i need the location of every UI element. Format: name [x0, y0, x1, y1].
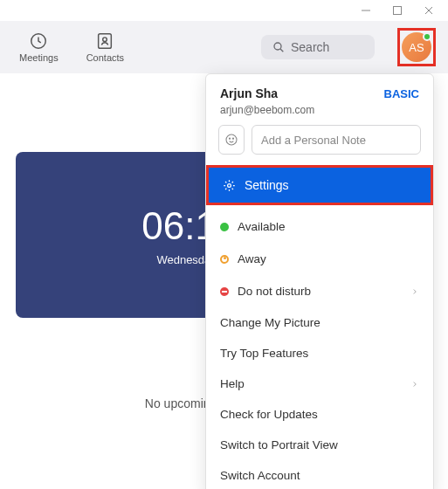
close-button[interactable] — [424, 5, 434, 16]
svg-point-12 — [228, 183, 231, 187]
switch-account[interactable]: Switch Account — [206, 460, 433, 489]
status-available[interactable]: Available — [206, 210, 433, 243]
check-updates-label: Check for Updates — [220, 408, 318, 421]
search-icon — [272, 40, 286, 54]
nav-meetings-label: Meetings — [19, 52, 59, 63]
minimize-button[interactable] — [361, 5, 371, 16]
search-box[interactable]: Search — [261, 35, 375, 59]
presence-dot — [423, 32, 431, 41]
available-icon — [220, 223, 229, 231]
switch-portrait-label: Switch to Portrait View — [220, 438, 338, 451]
status-available-label: Available — [238, 220, 286, 233]
smile-icon — [224, 133, 238, 147]
status-away-label: Away — [238, 252, 266, 265]
check-updates[interactable]: Check for Updates — [206, 399, 433, 430]
profile-name: Arjun Sha — [220, 86, 278, 100]
maximize-button[interactable] — [392, 5, 403, 16]
help-label: Help — [220, 377, 245, 390]
try-top-label: Try Top Features — [220, 347, 308, 360]
settings-highlight: Settings — [206, 165, 433, 205]
away-icon — [220, 255, 229, 264]
svg-line-8 — [280, 49, 283, 52]
status-dnd-label: Do not disturb — [238, 285, 311, 298]
dropdown-header: Arjun Sha BASIC arjun@beebom.com — [206, 74, 433, 125]
contacts-icon — [95, 31, 114, 51]
profile-avatar[interactable]: AS — [402, 32, 431, 62]
chevron-right-icon — [410, 380, 419, 389]
settings-label: Settings — [245, 178, 289, 192]
svg-point-10 — [229, 138, 230, 139]
nav-contacts-label: Contacts — [86, 52, 124, 63]
help[interactable]: Help — [206, 368, 433, 399]
personal-note-row: Add a Personal Note — [206, 125, 433, 165]
avatar-highlight: AS — [397, 28, 436, 66]
status-dnd[interactable]: Do not disturb — [206, 275, 433, 307]
title-bar — [0, 0, 448, 21]
search-placeholder: Search — [291, 40, 329, 54]
settings-item[interactable]: Settings — [209, 168, 431, 203]
profile-dropdown: Arjun Sha BASIC arjun@beebom.com Add a P… — [205, 73, 434, 489]
change-picture-label: Change My Picture — [220, 316, 320, 329]
dnd-icon — [220, 287, 229, 296]
note-placeholder: Add a Personal Note — [261, 134, 366, 147]
account-badge[interactable]: BASIC — [384, 87, 419, 100]
svg-point-11 — [232, 138, 233, 139]
nav-contacts[interactable]: Contacts — [79, 28, 131, 66]
switch-account-label: Switch Account — [220, 469, 300, 482]
personal-note-input[interactable]: Add a Personal Note — [252, 125, 421, 155]
change-picture[interactable]: Change My Picture — [206, 307, 433, 338]
switch-portrait[interactable]: Switch to Portrait View — [206, 430, 433, 460]
status-away[interactable]: Away — [206, 243, 433, 275]
chevron-right-icon — [410, 287, 419, 296]
gear-icon — [223, 179, 236, 192]
emoji-button[interactable] — [218, 125, 245, 155]
top-nav: Meetings Contacts Search AS — [0, 21, 448, 73]
svg-point-9 — [226, 134, 237, 145]
profile-email: arjun@beebom.com — [220, 104, 419, 116]
svg-point-7 — [274, 43, 281, 50]
svg-rect-1 — [394, 7, 402, 15]
try-top-features[interactable]: Try Top Features — [206, 338, 433, 368]
nav-meetings[interactable]: Meetings — [12, 28, 65, 66]
clock-icon — [29, 31, 48, 51]
svg-point-6 — [103, 38, 107, 42]
avatar-initials: AS — [409, 41, 424, 54]
